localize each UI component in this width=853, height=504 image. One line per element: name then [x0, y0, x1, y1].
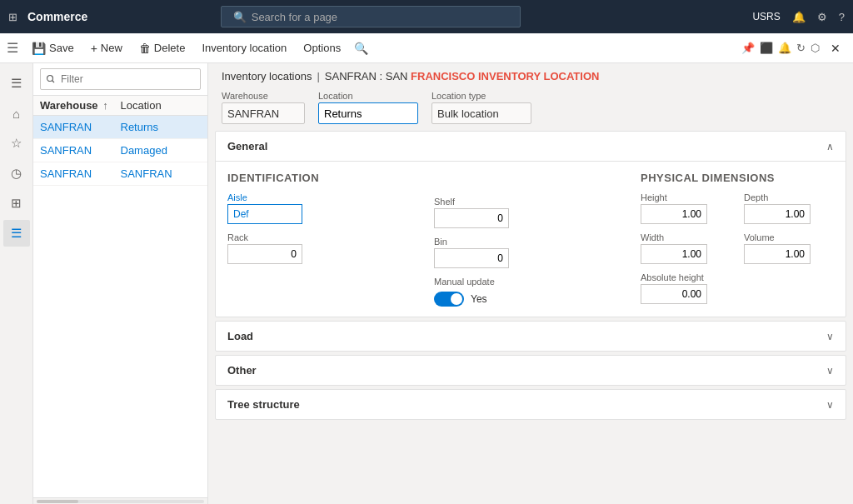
other-collapse-icon[interactable]: ∨	[826, 365, 834, 377]
other-section: Other ∨	[215, 355, 846, 386]
volume-input[interactable]	[744, 244, 811, 264]
top-nav: ⊞ Commerce 🔍 Search for a page USRS 🔔 ⚙ …	[0, 0, 853, 33]
list-item[interactable]: SANFRAN Damaged	[33, 139, 207, 162]
row-location: SANFRAN	[121, 167, 202, 180]
depth-label: Depth	[744, 192, 834, 202]
general-grid: IDENTIFICATION Aisle Def Rack	[227, 172, 834, 307]
warehouse-column-header: Warehouse ↑	[40, 99, 121, 112]
tree-structure-title: Tree structure	[227, 398, 300, 411]
command-bar: ☰ 💾 Save + New 🗑 Delete Inventory locati…	[0, 33, 853, 63]
app-title: Commerce	[27, 10, 87, 23]
manual-update-field: Manual update Yes	[434, 277, 627, 307]
new-button[interactable]: + New	[84, 38, 129, 58]
width-label: Width	[641, 232, 731, 242]
location-input[interactable]	[318, 102, 418, 124]
shelf-input[interactable]	[434, 208, 509, 228]
manual-update-value: Yes	[471, 293, 487, 305]
general-collapse-icon[interactable]: ∧	[826, 141, 834, 152]
save-button[interactable]: 💾 Save	[25, 38, 81, 58]
shelf-bin-col: Shelf Bin Manual update	[434, 172, 627, 307]
list-table-header: Warehouse ↑ Location	[33, 96, 207, 116]
depth-input[interactable]	[744, 204, 811, 224]
sidebar-home-icon[interactable]: ⌂	[3, 100, 30, 127]
delete-icon: 🗑	[139, 42, 151, 55]
list-item[interactable]: SANFRAN SANFRAN	[33, 162, 207, 186]
manual-update-toggle-row: Yes	[434, 292, 627, 307]
gear-icon[interactable]: ⚙	[817, 11, 827, 23]
save-label: Save	[49, 42, 74, 54]
rack-field: Rack	[227, 232, 421, 264]
tree-structure-section-header[interactable]: Tree structure ∨	[216, 390, 846, 419]
aisle-value[interactable]: Def	[227, 204, 302, 224]
options-button[interactable]: Options	[297, 38, 347, 57]
list-scrollbar[interactable]	[33, 497, 207, 504]
help-icon[interactable]: ?	[839, 11, 845, 23]
save-icon: 💾	[32, 42, 46, 55]
width-input[interactable]	[641, 244, 707, 264]
height-input[interactable]	[641, 204, 707, 224]
rack-label: Rack	[227, 232, 421, 242]
window-controls: 📌 ⬛ 🔔 ↻ ⬡ ✕	[741, 37, 846, 59]
sidebar-recent-icon[interactable]: ◷	[3, 160, 30, 187]
load-title: Load	[227, 330, 253, 342]
location-type-field: Location type Bulk location	[431, 91, 531, 124]
warehouse-field: Warehouse SANFRAN	[222, 91, 305, 124]
list-rows: SANFRAN Returns SANFRAN Damaged SANFRAN …	[33, 116, 207, 497]
row-warehouse: SANFRAN	[40, 167, 121, 180]
general-section-body: IDENTIFICATION Aisle Def Rack	[216, 162, 846, 317]
aisle-field: Aisle Def	[227, 192, 421, 224]
bin-label: Bin	[434, 237, 627, 247]
list-panel: Warehouse ↑ Location SANFRAN Returns SAN…	[33, 63, 208, 504]
refresh-icon[interactable]: ↻	[796, 42, 806, 54]
close-button[interactable]: ✕	[825, 37, 846, 59]
hamburger-icon[interactable]: ☰	[7, 40, 18, 56]
pin-icon[interactable]: 📌	[741, 42, 755, 54]
absolute-height-input[interactable]	[641, 284, 707, 304]
main-layout: ☰ ⌂ ☆ ◷ ⊞ ☰ Warehouse ↑ Location SANFRAN…	[0, 63, 853, 504]
breadcrumb-current: SANFRAN : SAN FRANCISCO INVENTORY LOCATI…	[325, 70, 600, 82]
new-icon: +	[91, 42, 97, 55]
scrollbar-track	[37, 500, 204, 503]
breadcrumb: Inventory locations | SANFRAN : SAN FRAN…	[208, 63, 853, 87]
row-warehouse: SANFRAN	[40, 144, 121, 157]
filter-input[interactable]	[40, 68, 201, 90]
breadcrumb-highlight: FRANCISCO INVENTORY LOCATION	[411, 70, 599, 82]
delete-label: Delete	[154, 42, 186, 54]
list-filter	[33, 63, 207, 96]
bin-field: Bin	[434, 237, 627, 268]
search-bar[interactable]: 🔍 Search for a page	[221, 6, 521, 27]
popout-icon[interactable]: ⬡	[811, 42, 820, 54]
bin-input[interactable]	[434, 248, 509, 268]
sidebar-menu-icon[interactable]: ☰	[3, 70, 30, 97]
general-section-header[interactable]: General ∧	[216, 132, 846, 162]
depth-field: Depth	[744, 192, 834, 224]
inventory-location-button[interactable]: Inventory location	[195, 38, 293, 57]
load-collapse-icon[interactable]: ∨	[826, 331, 834, 342]
location-type-value: Bulk location	[431, 102, 531, 124]
breadcrumb-separator: |	[317, 70, 319, 82]
manual-update-toggle[interactable]	[434, 292, 464, 307]
office-icon[interactable]: ⬛	[760, 42, 773, 54]
breadcrumb-prefix: SANFRAN : SAN	[325, 70, 411, 82]
sidebar-modules-icon[interactable]: ⊞	[3, 190, 30, 217]
search-icon: 🔍	[233, 11, 247, 23]
width-field: Width	[641, 232, 731, 264]
sort-arrow-icon[interactable]: ↑	[102, 99, 108, 112]
command-search-icon[interactable]: 🔍	[354, 42, 368, 55]
height-label: Height	[641, 192, 731, 202]
tree-structure-collapse-icon[interactable]: ∨	[826, 399, 834, 411]
delete-button[interactable]: 🗑 Delete	[132, 38, 192, 58]
load-section-header[interactable]: Load ∨	[216, 322, 846, 351]
grid-icon[interactable]: ⊞	[8, 11, 17, 23]
rack-input[interactable]	[227, 244, 302, 264]
bell-icon[interactable]: 🔔	[792, 11, 806, 23]
breadcrumb-parent: Inventory locations	[222, 70, 312, 82]
notification-badge[interactable]: 🔔	[778, 42, 791, 54]
other-section-header[interactable]: Other ∨	[216, 356, 846, 385]
volume-label: Volume	[744, 232, 834, 242]
sidebar-star-icon[interactable]: ☆	[3, 130, 30, 157]
general-title: General	[227, 140, 267, 152]
list-item[interactable]: SANFRAN Returns	[33, 116, 207, 139]
location-column-header: Location	[121, 99, 202, 112]
sidebar-list-icon[interactable]: ☰	[3, 220, 30, 247]
